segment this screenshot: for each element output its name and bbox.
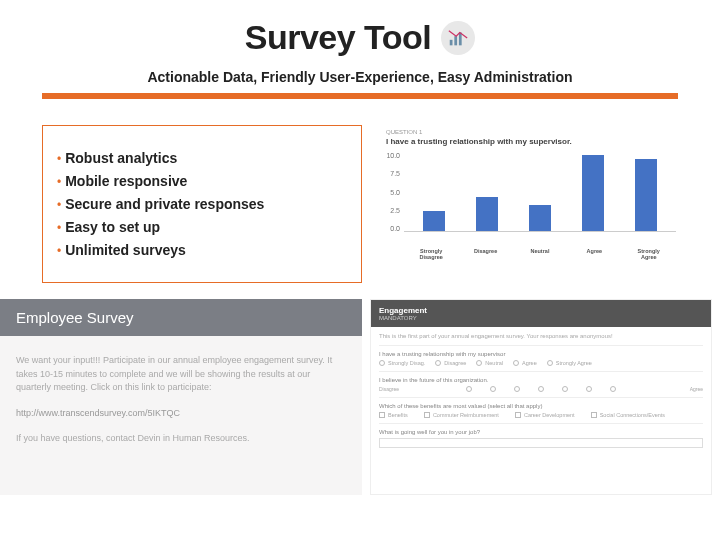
radio-row: Strongly Disag. Disagree Neutral Agree S…: [379, 360, 703, 366]
radio-icon: [435, 360, 441, 366]
checkbox-icon: [424, 412, 430, 418]
bottom-row: Employee Survey We want your input!!! Pa…: [0, 299, 720, 495]
scale-point[interactable]: [466, 386, 472, 392]
subtitle: Actionable Data, Friendly User-Experienc…: [0, 69, 720, 85]
feature-item: •Easy to set up: [57, 218, 349, 236]
question-text: I have a trusting relationship with my s…: [379, 351, 703, 357]
email-body: We want your input!!! Participate in our…: [0, 336, 362, 466]
x-axis-labels: Strongly Disagree Disagree Neutral Agree…: [404, 248, 676, 260]
email-paragraph: If you have questions, contact Devin in …: [16, 432, 346, 446]
scale-point[interactable]: [538, 386, 544, 392]
page-title: Survey Tool: [245, 18, 432, 57]
form-body: This is the first part of your annual en…: [371, 327, 711, 459]
checkbox-icon: [591, 412, 597, 418]
text-input[interactable]: [379, 438, 703, 448]
scale-point[interactable]: [490, 386, 496, 392]
checkbox-option[interactable]: Career Development: [515, 412, 575, 418]
analytics-chart: QUESTION 1 I have a trusting relationshi…: [376, 125, 678, 260]
bar: [423, 211, 445, 231]
svg-rect-2: [459, 32, 462, 45]
form-subtitle: MANDATORY: [379, 315, 703, 321]
form-header: Engagement MANDATORY: [371, 300, 711, 327]
question-row: What is going well for you in your job?: [379, 423, 703, 453]
mid-row: •Robust analytics •Mobile responsive •Se…: [42, 125, 678, 283]
email-link: http://www.transcendsurvey.com/5IKTQC: [16, 407, 346, 421]
radio-icon: [379, 360, 385, 366]
question-text: I believe in the future of this organiza…: [379, 377, 703, 383]
survey-form: Engagement MANDATORY This is the first p…: [370, 299, 712, 495]
feature-item: •Mobile responsive: [57, 172, 349, 190]
checkbox-option[interactable]: Commuter Reimbursement: [424, 412, 499, 418]
accent-bar: [42, 93, 678, 99]
scale-point[interactable]: [586, 386, 592, 392]
question-row: Which of these benefits are most valued …: [379, 397, 703, 423]
svg-rect-1: [455, 36, 458, 45]
scale-point[interactable]: [610, 386, 616, 392]
scale-left: Disagree: [379, 386, 405, 392]
form-intro: This is the first part of your annual en…: [379, 333, 703, 339]
slide: Survey Tool Actionable Data, Friendly Us…: [0, 0, 720, 540]
chart-kicker: QUESTION 1: [386, 129, 676, 135]
radio-option[interactable]: Strongly Disag.: [379, 360, 425, 366]
radio-icon: [547, 360, 553, 366]
feature-item: •Unlimited surveys: [57, 241, 349, 259]
email-title: Employee Survey: [0, 299, 362, 336]
scale-dots: [466, 386, 616, 392]
bar: [529, 205, 551, 231]
form-title: Engagement: [379, 306, 703, 315]
check-row: Benefits Commuter Reimbursement Career D…: [379, 412, 703, 418]
scale-point[interactable]: [562, 386, 568, 392]
feature-item: •Secure and private responses: [57, 195, 349, 213]
bar: [635, 159, 657, 231]
radio-icon: [513, 360, 519, 366]
checkbox-icon: [515, 412, 521, 418]
radio-icon: [476, 360, 482, 366]
bar-chart-icon: [441, 21, 475, 55]
bar: [476, 197, 498, 231]
checkbox-option[interactable]: Benefits: [379, 412, 408, 418]
email-paragraph: We want your input!!! Participate in our…: [16, 354, 346, 395]
bars-zone: [404, 152, 676, 232]
chart-title: I have a trusting relationship with my s…: [386, 137, 676, 146]
bar: [582, 155, 604, 231]
radio-option[interactable]: Strongly Agree: [547, 360, 592, 366]
feature-item: •Robust analytics: [57, 149, 349, 167]
email-preview: Employee Survey We want your input!!! Pa…: [0, 299, 362, 495]
radio-option[interactable]: Disagree: [435, 360, 466, 366]
question-row: I have a trusting relationship with my s…: [379, 345, 703, 371]
question-text: What is going well for you in your job?: [379, 429, 703, 435]
checkbox-icon: [379, 412, 385, 418]
checkbox-option[interactable]: Social Connections/Events: [591, 412, 665, 418]
y-axis-labels: 10.0 7.5 5.0 2.5 0.0: [386, 152, 404, 232]
chart-area: 10.0 7.5 5.0 2.5 0.0: [386, 152, 676, 248]
svg-rect-0: [450, 39, 453, 45]
question-text: Which of these benefits are most valued …: [379, 403, 703, 409]
scale-row: Disagree Agree: [379, 386, 703, 392]
scale-right: Agree: [677, 386, 703, 392]
scale-point[interactable]: [514, 386, 520, 392]
title-row: Survey Tool: [0, 0, 720, 57]
question-row: I believe in the future of this organiza…: [379, 371, 703, 397]
features-box: •Robust analytics •Mobile responsive •Se…: [42, 125, 362, 283]
radio-option[interactable]: Neutral: [476, 360, 503, 366]
radio-option[interactable]: Agree: [513, 360, 537, 366]
